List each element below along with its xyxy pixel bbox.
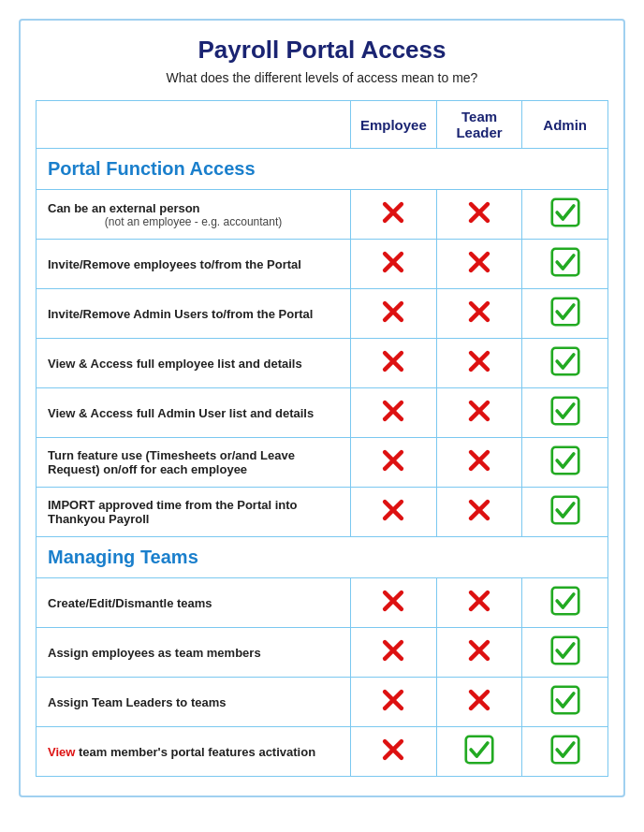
admin-cell-import-approved xyxy=(522,488,608,537)
section-header-managing-teams: Managing Teams xyxy=(37,537,608,578)
table-row: View & Access full employee list and det… xyxy=(37,339,608,388)
table-row: View & Access full Admin User list and d… xyxy=(37,388,608,438)
admin-cell-invite-remove-admin xyxy=(522,289,608,339)
col-header-employee: Employee xyxy=(351,101,437,149)
table-header-row: Employee TeamLeader Admin xyxy=(37,101,608,149)
admin-cell-external-person xyxy=(522,190,608,240)
table-row: Can be an external person(not an employe… xyxy=(37,190,608,240)
admin-cell-assign-team-leaders xyxy=(522,678,608,727)
access-table: Employee TeamLeader Admin Portal Functio… xyxy=(36,100,608,777)
admin-cell-view-team-member xyxy=(522,727,608,777)
teamLeader-cell-view-team-member xyxy=(436,727,522,777)
table-row: View team member's portal features activ… xyxy=(37,727,608,777)
employee-cell-external-person xyxy=(351,190,437,240)
feature-label-invite-remove-admin: Invite/Remove Admin Users to/from the Po… xyxy=(37,289,351,339)
admin-cell-view-admin-list xyxy=(522,388,608,438)
teamLeader-cell-import-approved xyxy=(436,488,522,537)
table-row: Create/Edit/Dismantle teams xyxy=(37,578,608,628)
employee-cell-turn-feature xyxy=(351,438,437,488)
feature-label-turn-feature: Turn feature use (Timesheets or/and Leav… xyxy=(37,438,351,488)
teamLeader-cell-view-admin-list xyxy=(436,388,522,438)
table-row: Assign Team Leaders to teams xyxy=(37,678,608,727)
employee-cell-view-employee-list xyxy=(351,339,437,388)
section-header-portal-function-access: Portal Function Access xyxy=(37,149,608,190)
employee-cell-assign-employees xyxy=(351,628,437,678)
teamLeader-cell-view-employee-list xyxy=(436,339,522,388)
table-row: Invite/Remove Admin Users to/from the Po… xyxy=(37,289,608,339)
feature-label-view-admin-list: View & Access full Admin User list and d… xyxy=(37,388,351,438)
teamLeader-cell-turn-feature xyxy=(436,438,522,488)
col-header-feature xyxy=(37,101,351,149)
table-row: Assign employees as team members xyxy=(37,628,608,678)
feature-label-assign-employees: Assign employees as team members xyxy=(37,628,351,678)
teamLeader-cell-invite-remove-employees xyxy=(436,240,522,289)
employee-cell-assign-team-leaders xyxy=(351,678,437,727)
table-row: Invite/Remove employees to/from the Port… xyxy=(37,240,608,289)
teamLeader-cell-invite-remove-admin xyxy=(436,289,522,339)
employee-cell-import-approved xyxy=(351,488,437,537)
section-label-portal-function-access: Portal Function Access xyxy=(37,149,608,190)
page-title: Payroll Portal Access xyxy=(36,36,608,65)
teamLeader-cell-external-person xyxy=(436,190,522,240)
teamLeader-cell-create-edit-teams xyxy=(436,578,522,628)
feature-label-import-approved: IMPORT approved time from the Portal int… xyxy=(37,488,351,537)
admin-cell-view-employee-list xyxy=(522,339,608,388)
admin-cell-assign-employees xyxy=(522,628,608,678)
employee-cell-invite-remove-admin xyxy=(351,289,437,339)
employee-cell-view-admin-list xyxy=(351,388,437,438)
employee-cell-create-edit-teams xyxy=(351,578,437,628)
feature-label-external-person: Can be an external person(not an employe… xyxy=(37,190,351,240)
section-label-managing-teams: Managing Teams xyxy=(37,537,608,578)
feature-label-create-edit-teams: Create/Edit/Dismantle teams xyxy=(37,578,351,628)
feature-label-invite-remove-employees: Invite/Remove employees to/from the Port… xyxy=(37,240,351,289)
feature-label-prefix: View xyxy=(48,745,79,759)
feature-label-view-team-member: View team member's portal features activ… xyxy=(37,727,351,777)
col-header-admin: Admin xyxy=(522,101,608,149)
feature-label-view-employee-list: View & Access full employee list and det… xyxy=(37,339,351,388)
teamLeader-cell-assign-employees xyxy=(436,628,522,678)
table-row: Turn feature use (Timesheets or/and Leav… xyxy=(37,438,608,488)
admin-cell-invite-remove-employees xyxy=(522,240,608,289)
admin-cell-turn-feature xyxy=(522,438,608,488)
employee-cell-invite-remove-employees xyxy=(351,240,437,289)
page-wrapper: Payroll Portal Access What does the diff… xyxy=(19,19,625,797)
admin-cell-create-edit-teams xyxy=(522,578,608,628)
teamLeader-cell-assign-team-leaders xyxy=(436,678,522,727)
employee-cell-view-team-member xyxy=(351,727,437,777)
feature-sublabel: (not an employee - e.g. accountant) xyxy=(48,215,339,228)
feature-label-assign-team-leaders: Assign Team Leaders to teams xyxy=(37,678,351,727)
page-subtitle: What does the different levels of access… xyxy=(36,70,608,85)
col-header-team-leader: TeamLeader xyxy=(436,101,522,149)
table-row: IMPORT approved time from the Portal int… xyxy=(37,488,608,537)
